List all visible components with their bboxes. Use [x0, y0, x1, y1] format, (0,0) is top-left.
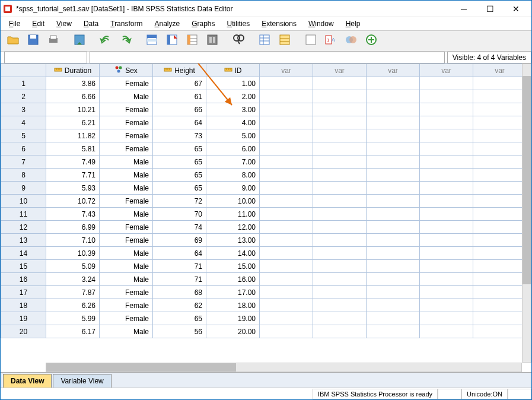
empty-cell[interactable] [313, 169, 367, 182]
empty-cell[interactable] [420, 129, 473, 142]
empty-cell[interactable] [313, 299, 367, 312]
menu-transform[interactable]: Transform [104, 18, 148, 29]
empty-cell[interactable] [473, 77, 523, 90]
cell[interactable]: Female [100, 234, 153, 247]
cell[interactable]: 10.72 [46, 195, 100, 208]
redo-button[interactable] [117, 32, 135, 50]
empty-cell[interactable] [367, 195, 420, 208]
cell[interactable]: 4.00 [206, 116, 260, 129]
row-number[interactable]: 8 [1, 169, 46, 182]
cell[interactable]: 65 [153, 155, 206, 169]
column-header-sex[interactable]: Sex [100, 64, 153, 77]
goto-variable-button[interactable] [163, 32, 181, 50]
cell[interactable]: 10.00 [206, 195, 260, 208]
cell[interactable]: 65 [153, 169, 206, 182]
cell[interactable]: Male [100, 169, 153, 182]
cell[interactable]: 11.00 [206, 208, 260, 221]
close-button[interactable]: ✕ [503, 1, 529, 17]
cell[interactable]: 3.24 [46, 273, 100, 286]
cell[interactable]: 6.21 [46, 116, 100, 129]
empty-cell[interactable] [420, 77, 473, 90]
empty-cell[interactable] [367, 182, 420, 195]
recall-dialog-button[interactable] [71, 32, 88, 50]
empty-cell[interactable] [473, 142, 523, 155]
row-number[interactable]: 13 [1, 234, 46, 247]
empty-cell[interactable] [420, 221, 473, 234]
row-number[interactable]: 7 [1, 155, 46, 169]
cell[interactable]: Female [100, 129, 153, 142]
cell[interactable]: Male [100, 182, 153, 195]
row-number[interactable]: 5 [1, 129, 46, 142]
cell[interactable]: 19.00 [206, 312, 260, 325]
empty-cell[interactable] [367, 208, 420, 221]
empty-cell[interactable] [420, 182, 473, 195]
cell[interactable]: 71 [153, 260, 206, 273]
empty-cell[interactable] [473, 116, 523, 129]
row-number[interactable]: 9 [1, 182, 46, 195]
cell[interactable]: 12.00 [206, 221, 260, 234]
cell[interactable]: Male [100, 90, 153, 103]
cell[interactable]: 64 [153, 247, 206, 260]
cell[interactable]: Male [100, 325, 153, 338]
empty-cell[interactable] [260, 195, 313, 208]
empty-cell[interactable] [313, 312, 367, 325]
empty-column-header[interactable]: var [420, 64, 473, 77]
empty-cell[interactable] [473, 155, 523, 169]
cell[interactable]: Male [100, 273, 153, 286]
empty-cell[interactable] [260, 90, 313, 103]
cell[interactable]: Female [100, 103, 153, 116]
tab-data-view[interactable]: Data View [3, 374, 52, 388]
row-number[interactable]: 4 [1, 116, 46, 129]
empty-cell[interactable] [473, 221, 523, 234]
cell[interactable]: 14.00 [206, 247, 260, 260]
row-number[interactable]: 3 [1, 103, 46, 116]
menu-data[interactable]: Data [78, 18, 104, 29]
minimize-button[interactable]: ─ [451, 1, 477, 17]
cell[interactable]: 70 [153, 208, 206, 221]
row-number[interactable]: 20 [1, 325, 46, 338]
empty-column-header[interactable]: var [260, 64, 313, 77]
cell[interactable]: 7.00 [206, 155, 260, 169]
menu-graphs[interactable]: Graphs [186, 18, 221, 29]
empty-cell[interactable] [367, 299, 420, 312]
empty-cell[interactable] [420, 312, 473, 325]
empty-cell[interactable] [367, 325, 420, 338]
horizontal-scrollbar[interactable] [46, 363, 522, 372]
empty-cell[interactable] [367, 286, 420, 299]
cell[interactable]: 69 [153, 234, 206, 247]
empty-cell[interactable] [367, 77, 420, 90]
variables-button[interactable] [183, 32, 201, 50]
cell[interactable]: 3.00 [206, 103, 260, 116]
empty-cell[interactable] [313, 234, 367, 247]
cell[interactable]: 65 [153, 182, 206, 195]
split-file-button[interactable] [256, 32, 273, 50]
formula-box[interactable] [90, 52, 445, 64]
cell[interactable]: Female [100, 299, 153, 312]
row-number[interactable]: 12 [1, 221, 46, 234]
corner-cell[interactable] [1, 64, 46, 77]
empty-cell[interactable] [313, 325, 367, 338]
cell[interactable]: 7.10 [46, 234, 100, 247]
empty-cell[interactable] [473, 286, 523, 299]
maximize-button[interactable]: ☐ [477, 1, 503, 17]
cell[interactable]: 56 [153, 325, 206, 338]
cell[interactable]: 17.00 [206, 286, 260, 299]
cell[interactable]: Male [100, 247, 153, 260]
cell[interactable]: 64 [153, 116, 206, 129]
empty-cell[interactable] [367, 234, 420, 247]
cell[interactable]: 61 [153, 90, 206, 103]
empty-cell[interactable] [313, 273, 367, 286]
undo-button[interactable] [97, 32, 114, 50]
cell[interactable]: Female [100, 312, 153, 325]
cell[interactable]: Female [100, 221, 153, 234]
empty-cell[interactable] [367, 90, 420, 103]
menu-extensions[interactable]: Extensions [256, 18, 302, 29]
cell[interactable]: 6.99 [46, 221, 100, 234]
column-header-duration[interactable]: Duration [46, 64, 100, 77]
cell[interactable]: 67 [153, 77, 206, 90]
empty-cell[interactable] [420, 169, 473, 182]
empty-cell[interactable] [473, 195, 523, 208]
empty-cell[interactable] [260, 286, 313, 299]
empty-cell[interactable] [367, 169, 420, 182]
open-file-button[interactable] [4, 32, 22, 50]
